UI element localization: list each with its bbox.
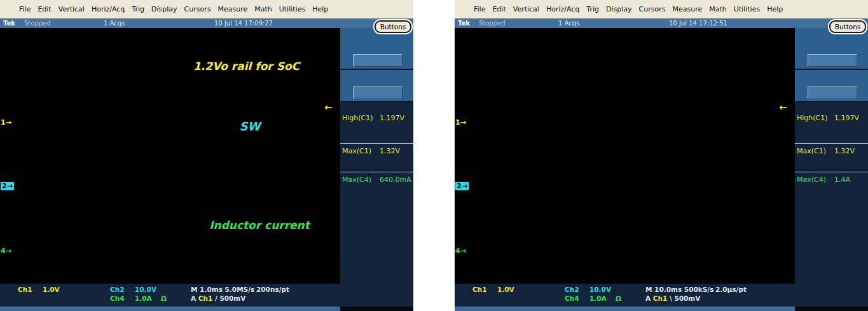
annotation-inductor-current: Inductor current: [202, 219, 317, 232]
readout-section-1: [795, 28, 868, 70]
menu-display[interactable]: Display: [606, 5, 632, 13]
ch2-label[interactable]: Ch2: [110, 286, 125, 293]
menu-bar: File Edit Vertical Horiz/Acq Trig Displa…: [455, 0, 868, 18]
screen-bottom-frame: [455, 307, 795, 311]
ch4-coupling: Ω: [616, 294, 621, 302]
measurement-label: Max(C4): [797, 176, 826, 184]
acquisition-preview-ruler[interactable]: [455, 28, 795, 37]
ch4-label[interactable]: Ch4: [110, 294, 125, 302]
screen-bottom-frame: [0, 307, 340, 311]
acquisition-preview-ruler[interactable]: [0, 28, 340, 37]
measurement-value: 1.197V: [380, 114, 404, 122]
trigger-level: 500mV: [674, 294, 700, 302]
resolution-readout: 200ns/pt: [256, 286, 289, 293]
menu-math[interactable]: Math: [254, 5, 272, 13]
measurement-max-c1: Max(C1) 1.32V: [795, 143, 868, 172]
channel-readout-bar: Ch1 1.0V Ch2 10.0V M 1.0ms 5.0MS/s 200ns…: [0, 284, 340, 307]
measurement-value: 640.0mA: [380, 176, 411, 184]
readout-box-2[interactable]: [808, 86, 857, 99]
readout-box-1[interactable]: [353, 54, 403, 67]
channel2-position-marker[interactable]: 2→: [1, 182, 14, 190]
channel2-position-marker[interactable]: 2→: [455, 182, 469, 190]
menu-cursors[interactable]: Cursors: [639, 5, 666, 13]
ch2-scale[interactable]: 10.0V: [589, 286, 611, 293]
ch4-label[interactable]: Ch4: [565, 294, 579, 302]
trigger-prefix: A: [191, 294, 196, 302]
measurement-label: Max(C1): [797, 147, 826, 155]
measurement-label: Max(C4): [342, 176, 371, 184]
measurement-list: High(C1) 1.197V Max(C1) 1.32V Max(C4) 1.…: [795, 102, 868, 197]
menu-edit[interactable]: Edit: [492, 5, 506, 13]
menu-vertical[interactable]: Vertical: [513, 5, 539, 13]
menu-help[interactable]: Help: [767, 5, 783, 13]
readout-section-2: [340, 70, 413, 102]
menu-bar: File Edit Vertical Horiz/Acq Trig Displa…: [0, 0, 413, 18]
menu-file[interactable]: File: [19, 5, 31, 13]
annotation-vout-rail: 1.2Vo rail for SoC: [184, 60, 308, 73]
menu-horiz-acq[interactable]: Horiz/Acq: [546, 5, 579, 13]
ch1-scale[interactable]: 1.0V: [497, 286, 514, 293]
menu-math[interactable]: Math: [709, 5, 727, 13]
ch1-label[interactable]: Ch1: [18, 286, 32, 293]
ch4-coupling: Ω: [161, 294, 167, 302]
menu-measure[interactable]: Measure: [672, 5, 702, 13]
menu-utilities[interactable]: Utilities: [279, 5, 305, 13]
waveform-display[interactable]: 1→ 2→ 4→ ←: [455, 37, 795, 284]
channel-readout-bar: Ch1 1.0V Ch2 10.0V M 10.0ms 500kS/s 2.0µ…: [455, 284, 795, 307]
screenshot-canvas: File Edit Vertical Horiz/Acq Trig Displa…: [0, 0, 868, 311]
status-bar: Tek Stopped 1 Acqs 10 Jul 14 17:09:27: [0, 18, 413, 28]
ch4-scale[interactable]: 1.0A: [135, 294, 152, 302]
measurement-value: 1.4A: [834, 176, 850, 184]
readout-section-2: [795, 70, 868, 102]
menu-help[interactable]: Help: [312, 5, 328, 13]
measurement-list: High(C1) 1.197V Max(C1) 1.32V Max(C4) 64…: [340, 102, 413, 197]
waveform-display[interactable]: 1→ 2→ 4→ ← 1.2Vo rail for SoC SW Inducto…: [0, 37, 340, 284]
menu-horiz-acq[interactable]: Horiz/Acq: [92, 5, 125, 13]
readout-box-2[interactable]: [353, 86, 403, 99]
menu-measure[interactable]: Measure: [217, 5, 247, 13]
ch1-scale[interactable]: 1.0V: [43, 286, 60, 293]
buttons-button[interactable]: Buttons: [829, 20, 866, 33]
acquisition-state: Stopped: [479, 18, 506, 28]
channel4-position-marker[interactable]: 4→: [1, 247, 11, 255]
menu-trig[interactable]: Trig: [586, 5, 599, 13]
oscilloscope-window-left: File Edit Vertical Horiz/Acq Trig Displa…: [0, 0, 413, 311]
panel-bottom-frame: [795, 307, 868, 311]
measurement-max-c4: Max(C4) 1.4A: [795, 172, 868, 197]
ruler-ticks: [455, 28, 795, 37]
channel4-position-marker[interactable]: 4→: [455, 247, 466, 255]
trigger-source: Ch1: [653, 294, 668, 302]
measurement-value: 1.197V: [834, 114, 859, 122]
oscilloscope-window-right: File Edit Vertical Horiz/Acq Trig Displa…: [455, 0, 868, 311]
measurement-high-c1: High(C1) 1.197V: [795, 102, 868, 143]
side-panel: High(C1) 1.197V Max(C1) 1.32V Max(C4) 1.…: [795, 28, 868, 311]
menu-utilities[interactable]: Utilities: [734, 5, 760, 13]
menu-display[interactable]: Display: [151, 5, 177, 13]
menu-trig[interactable]: Trig: [132, 5, 144, 13]
trigger-level: 500mV: [219, 294, 245, 302]
trigger-slope-icon: \: [670, 294, 672, 302]
waveform-plot: [455, 37, 795, 284]
menu-edit[interactable]: Edit: [38, 5, 51, 13]
status-bar: Tek Stopped 1 Acqs 10 Jul 14 17:12:51: [455, 18, 868, 28]
brand-label: Tek: [3, 18, 15, 28]
measurement-max-c1: Max(C1) 1.32V: [340, 143, 413, 172]
buttons-button[interactable]: Buttons: [375, 20, 411, 33]
channel1-position-marker[interactable]: 1→: [455, 118, 466, 127]
channel1-position-marker[interactable]: 1→: [1, 118, 11, 127]
waveform-plot: [0, 37, 340, 284]
ch2-scale[interactable]: 10.0V: [135, 286, 156, 293]
measurement-label: High(C1): [342, 114, 373, 122]
readout-box-1[interactable]: [808, 54, 857, 67]
trigger-prefix: A: [645, 294, 651, 302]
timebase-readout: M 10.0ms 500kS/s: [645, 286, 713, 293]
trigger-level-arrow-icon: ←: [779, 102, 787, 113]
ch1-label[interactable]: Ch1: [472, 286, 487, 293]
readout-section-1: [340, 28, 413, 70]
menu-vertical[interactable]: Vertical: [59, 5, 85, 13]
panel-bottom-frame: [340, 307, 413, 311]
ch4-scale[interactable]: 1.0A: [589, 294, 607, 302]
ch2-label[interactable]: Ch2: [565, 286, 579, 293]
menu-cursors[interactable]: Cursors: [184, 5, 211, 13]
menu-file[interactable]: File: [474, 5, 485, 13]
